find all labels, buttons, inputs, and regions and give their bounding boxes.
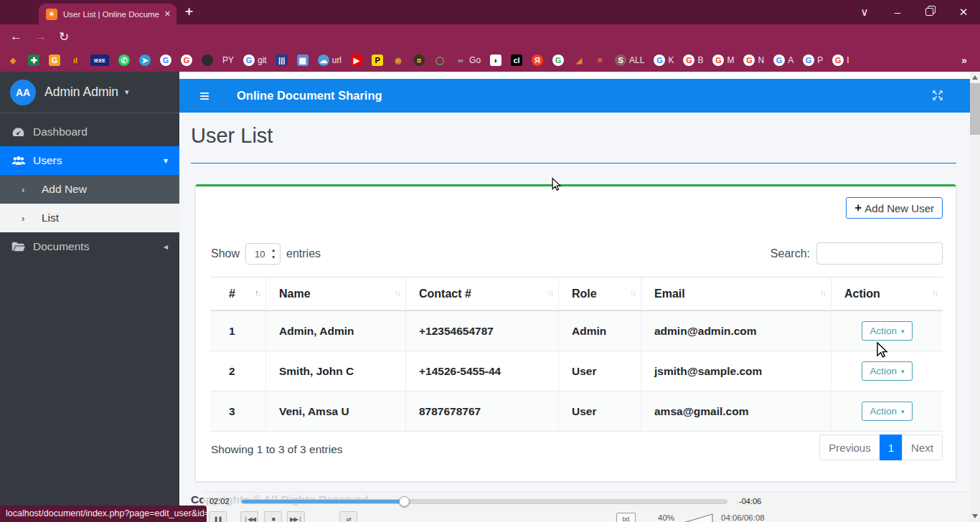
sidebar-item-dashboard[interactable]: Dashboard bbox=[0, 118, 179, 146]
player-seek-thumb[interactable] bbox=[399, 496, 410, 507]
tab-search-chevron-icon[interactable]: ∨ bbox=[854, 6, 875, 19]
cell-role: Admin bbox=[558, 311, 641, 351]
bookmark-cart-dark[interactable]: ¤ bbox=[413, 54, 425, 66]
scrollbar-up-icon[interactable] bbox=[972, 75, 978, 80]
bookmark-github[interactable] bbox=[202, 54, 213, 66]
volume-wedge-icon[interactable] bbox=[683, 513, 713, 522]
player-seek-bar[interactable] bbox=[241, 499, 727, 504]
pagination-previous[interactable]: Previous bbox=[819, 435, 880, 460]
sort-icon: ↑↓ bbox=[820, 288, 825, 297]
bookmark-google-i[interactable]: GI bbox=[832, 54, 849, 66]
window-close-button[interactable]: ✕ bbox=[953, 6, 974, 19]
bookmark-calendar[interactable]: ▦ bbox=[297, 54, 308, 66]
ieee-icon: IEEE bbox=[90, 54, 109, 66]
table-row: 2 Smith, John C +14526-5455-44 User jsmi… bbox=[210, 351, 943, 392]
column-header-role[interactable]: Role↑↓ bbox=[558, 277, 641, 311]
column-header-num[interactable]: #↑↓ bbox=[210, 277, 265, 311]
pagination-next[interactable]: Next bbox=[902, 435, 943, 460]
bookmark-google-k[interactable]: GK bbox=[654, 54, 674, 66]
sidebar-item-documents[interactable]: Documents ◂ bbox=[0, 232, 179, 261]
cell-role: User bbox=[558, 392, 641, 432]
bookmark-matlab[interactable]: ◢ bbox=[573, 54, 585, 66]
search-input[interactable] bbox=[816, 242, 943, 265]
forward-icon[interactable]: → bbox=[34, 29, 47, 44]
browser-tab[interactable]: ✶ User List | Online Document Shar ✕ bbox=[39, 4, 176, 24]
player-next-button[interactable]: ▶▶❘ bbox=[287, 511, 305, 522]
bookmark-cl-black[interactable]: cl bbox=[511, 54, 522, 66]
bookmark-eagle[interactable]: ◗ bbox=[490, 54, 501, 66]
bookmark-godaddy[interactable]: ∞Go bbox=[455, 54, 481, 66]
bookmark-barcode[interactable]: ||| bbox=[276, 54, 288, 66]
player-subtitle-button[interactable]: txt bbox=[616, 513, 636, 522]
bookmark-telegram[interactable]: ➤ bbox=[139, 54, 151, 66]
row-action-button[interactable]: Action▾ bbox=[862, 402, 912, 421]
bookmark-film-camera[interactable]: ◉ bbox=[392, 54, 404, 66]
player-previous-button[interactable]: ❘◀◀ bbox=[240, 511, 258, 522]
scrollbar-down-icon[interactable] bbox=[972, 514, 978, 518]
back-icon[interactable]: ← bbox=[10, 29, 22, 44]
cloud-url-icon: ☁ bbox=[318, 54, 329, 66]
bookmark-p-yellow[interactable]: P bbox=[372, 54, 383, 66]
bookmark-cloud-url[interactable]: ☁url bbox=[318, 54, 341, 66]
table-header-row: #↑↓ Name↑↓ Contact #↑↓ Role↑↓ Email↑↓ Ac… bbox=[210, 277, 943, 311]
bookmark-overflow[interactable]: » bbox=[958, 54, 970, 66]
bookmark-analytics[interactable]: ıl bbox=[70, 54, 81, 66]
new-tab-button[interactable]: + bbox=[185, 4, 193, 19]
row-action-button[interactable]: Action▾ bbox=[862, 361, 912, 381]
pagination-page-1[interactable]: 1 bbox=[880, 435, 903, 460]
window-minimize-button[interactable]: – bbox=[887, 6, 908, 18]
bookmark-google-2[interactable]: G bbox=[181, 54, 192, 66]
bookmark-globe-all[interactable]: SALL bbox=[615, 54, 644, 66]
bookmark-google-n[interactable]: GN bbox=[743, 54, 764, 66]
scrollbar-thumb[interactable] bbox=[970, 83, 980, 135]
bookmark-youtube[interactable]: ▶ bbox=[351, 54, 362, 66]
bookmark-orange-g[interactable]: G bbox=[49, 54, 60, 66]
scrollbar[interactable] bbox=[970, 72, 980, 522]
sidebar-item-list[interactable]: › List bbox=[0, 204, 179, 232]
sort-icon: ↑↓ bbox=[547, 288, 552, 297]
bookmark-star-orange[interactable]: ✶ bbox=[594, 54, 606, 66]
page-size-select[interactable]: 10 ▴▾ bbox=[245, 243, 281, 265]
player-pause-button[interactable]: ❚❚ bbox=[209, 511, 227, 522]
bookmark-google-1[interactable]: G bbox=[160, 54, 171, 66]
bookmark-sheets-cross[interactable]: ✚ bbox=[28, 54, 39, 66]
bookmark-google-p[interactable]: GP bbox=[803, 54, 823, 66]
add-new-user-button[interactable]: + Add New User bbox=[846, 197, 943, 219]
app-brand[interactable]: Online Document Sharing bbox=[237, 89, 382, 103]
bookmark-label: I bbox=[847, 55, 849, 65]
reload-icon[interactable]: ↻ bbox=[59, 29, 69, 44]
github-icon bbox=[202, 54, 213, 66]
search-control: Search: bbox=[771, 242, 943, 265]
analytics-icon: ıl bbox=[70, 54, 81, 66]
column-header-name[interactable]: Name↑↓ bbox=[265, 277, 405, 311]
bookmark-google-git[interactable]: Ggit bbox=[243, 54, 267, 66]
fullscreen-icon[interactable] bbox=[931, 89, 944, 105]
bookmark-google-a[interactable]: GA bbox=[773, 54, 793, 66]
sidebar-item-add-new[interactable]: › Add New bbox=[0, 175, 179, 204]
bookmark-ieee[interactable]: IEEE bbox=[90, 54, 109, 66]
bookmark-gem[interactable]: ◆ bbox=[7, 54, 19, 66]
caret-down-icon: ▾ bbox=[901, 368, 905, 375]
player-swap-button[interactable]: ⇄ bbox=[339, 511, 357, 522]
bookmark-google-3[interactable]: G bbox=[552, 54, 564, 66]
cell-num: 2 bbox=[210, 351, 265, 392]
bookmark-green-ring[interactable]: ◯ bbox=[434, 54, 446, 66]
column-header-action[interactable]: Action↑↓ bbox=[831, 277, 943, 311]
youtube-icon: ▶ bbox=[351, 54, 362, 66]
bookmark-google-b[interactable]: GB bbox=[683, 54, 703, 66]
bookmark-whatsapp[interactable]: ✆ bbox=[118, 54, 130, 66]
bookmark-label: K bbox=[668, 55, 674, 65]
menu-toggle-icon[interactable]: ≡ bbox=[199, 86, 209, 106]
bookmark-python[interactable]: PY bbox=[222, 55, 234, 65]
google-3-icon: G bbox=[552, 54, 564, 66]
player-stop-button[interactable]: ■ bbox=[264, 511, 282, 522]
sidebar-user-panel[interactable]: AA Admin Admin ▾ bbox=[0, 72, 179, 113]
column-header-email[interactable]: Email↑↓ bbox=[641, 277, 831, 311]
row-action-button[interactable]: Action▾ bbox=[862, 321, 912, 341]
sidebar-item-users[interactable]: Users ▾ bbox=[0, 146, 179, 175]
column-header-contact[interactable]: Contact #↑↓ bbox=[405, 277, 558, 311]
bookmark-google-m[interactable]: GM bbox=[712, 54, 734, 66]
bookmark-yandex[interactable]: Я bbox=[532, 54, 543, 66]
tab-close-icon[interactable]: ✕ bbox=[164, 9, 171, 19]
tab-title: User List | Online Document Shar bbox=[63, 10, 159, 19]
